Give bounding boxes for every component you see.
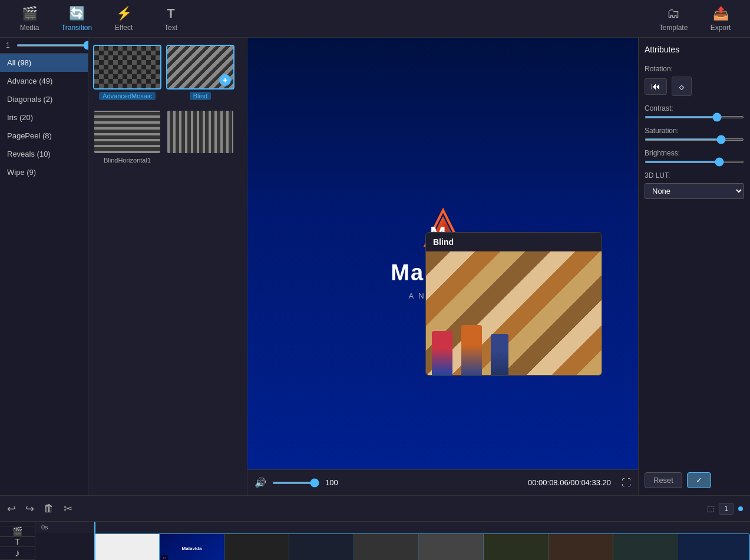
popup-preview (426, 251, 602, 375)
template-label: Template (659, 24, 688, 32)
filter-slider-container: 1 100 (0, 38, 88, 54)
frame-5 (484, 534, 549, 560)
saturation-label: Saturation: (645, 127, 744, 135)
frame-1 (224, 534, 289, 560)
category-wipe[interactable]: Wipe (9) (0, 163, 88, 181)
toolbar-media[interactable]: 🎬 Media (6, 2, 53, 35)
category-iris[interactable]: Iris (20) (0, 108, 88, 127)
contrast-slider[interactable] (645, 116, 744, 118)
media-label: Media (20, 24, 39, 32)
effect-label: Effect (115, 24, 133, 32)
saturation-row: Saturation: (645, 127, 744, 141)
lut-select[interactable]: None (645, 183, 744, 199)
trans-blindvertical[interactable] (166, 107, 234, 166)
time-ruler: 0s (35, 522, 750, 532)
cut-button[interactable]: ✂ (64, 502, 72, 515)
filter-slider[interactable] (16, 44, 92, 47)
timeline-area: ↩ ↪ 🗑 ✂ ⬚ 1 🎬 T ♪ 0s (0, 495, 750, 560)
track-labels: 🎬 T ♪ (0, 522, 35, 560)
zoom-icon: ⬚ (707, 504, 714, 513)
video-clip[interactable]: Malavida ✂ (94, 534, 750, 560)
text-icon: T (15, 537, 20, 546)
person-2 (461, 325, 482, 375)
time-zero: 0s (41, 523, 48, 531)
preview-area: M Malavida ANDROID Blind (247, 38, 638, 495)
transition-panel: AdvancedMosaic + Blind BlindHorizontal1 (88, 38, 247, 495)
lut-row: 3D LUT: None (645, 171, 744, 199)
toolbar-template[interactable]: 🗂 Template (650, 2, 697, 35)
horizontal-pattern (94, 111, 160, 153)
frame-7 (613, 534, 678, 560)
trans-name-advancedmosaic: AdvancedMosaic (99, 92, 156, 100)
popup-title: Blind (426, 233, 602, 251)
effect-icon: ⚡ (116, 6, 132, 21)
person-1 (432, 331, 452, 375)
fullscreen-button[interactable]: ⛶ (622, 478, 631, 488)
person-3 (491, 334, 508, 375)
checkerboard-pattern (94, 46, 160, 88)
music-track-label: ♪ (0, 547, 35, 560)
video-track-label: 🎬 (0, 526, 35, 536)
video-track-row: Malavida ✂ (35, 532, 750, 560)
volume-icon: 🔊 (255, 477, 266, 488)
main-area: 1 100 All (98) Advance (49) Diagonals (2… (0, 38, 750, 495)
toolbar-effect[interactable]: ⚡ Effect (100, 2, 147, 35)
slider-min: 1 (6, 41, 13, 49)
preview-controls: 🔊 100 00:00:08.06/00:04:33.20 ⛶ (247, 469, 638, 495)
rotation-right-btn[interactable]: ⬦ (672, 77, 692, 96)
trans-thumb-blindvertical (166, 110, 234, 154)
preview-video: M Malavida ANDROID Blind (247, 38, 638, 469)
category-reveals[interactable]: Reveals (10) (0, 145, 88, 163)
transition-icon: 🔄 (69, 6, 85, 21)
export-icon: 📤 (713, 6, 729, 21)
frame-4 (419, 534, 484, 560)
trans-name-blindhorizontal1: BlindHorizontal1 (104, 157, 151, 164)
toolbar-transition[interactable]: 🔄 Transition (53, 2, 100, 35)
current-time: 00:00:08.06 (528, 478, 569, 487)
apply-button[interactable]: ✓ (687, 472, 711, 488)
playhead[interactable] (94, 522, 95, 560)
clip-white-thumb (95, 534, 160, 560)
text-label: Text (164, 24, 177, 32)
trans-blindhorizontal1[interactable]: BlindHorizontal1 (93, 107, 161, 166)
timeline-right-controls: ⬚ 1 (707, 503, 743, 515)
add-badge[interactable]: + (219, 74, 231, 86)
saturation-slider[interactable] (645, 138, 744, 141)
category-advance[interactable]: Advance (49) (0, 72, 88, 90)
video-track-icon: 🎬 (12, 526, 22, 536)
template-icon: 🗂 (667, 6, 680, 21)
toolbar-text[interactable]: T Text (147, 2, 194, 35)
timeline-dot (738, 506, 743, 511)
brightness-slider[interactable] (645, 161, 744, 163)
toolbar-right: 🗂 Template 📤 Export (650, 2, 744, 35)
timeline-toolbar: ↩ ↪ 🗑 ✂ ⬚ 1 (0, 496, 750, 522)
zoom-level: 1 (719, 503, 734, 515)
toolbar-export[interactable]: 📤 Export (697, 2, 744, 35)
redo-button[interactable]: ↪ (25, 502, 34, 515)
contrast-row: Contrast: (645, 104, 744, 118)
frame-3 (354, 534, 419, 560)
rotation-left-btn[interactable]: ⏮ (645, 78, 667, 95)
category-all[interactable]: All (98) (0, 54, 88, 72)
timeline-tracks: 🎬 T ♪ 0s Malavida (0, 522, 750, 560)
time-display: 00:00:08.06/00:04:33.20 (528, 478, 611, 487)
attributes-title: Attributes (645, 45, 744, 54)
volume-slider[interactable] (272, 482, 319, 484)
blind-preview-image (426, 251, 602, 375)
trans-advancedmosaic[interactable]: AdvancedMosaic (93, 42, 161, 102)
undo-button[interactable]: ↩ (7, 502, 16, 515)
volume-label: 100 (325, 478, 343, 487)
category-pagepeel[interactable]: PagePeel (8) (0, 127, 88, 145)
text-icon: T (167, 6, 174, 21)
export-label: Export (711, 24, 731, 32)
reset-button[interactable]: Reset (645, 472, 682, 488)
total-time: 00:04:33.20 (570, 478, 611, 487)
category-list: All (98) Advance (49) Diagonals (2) Iris… (0, 54, 88, 495)
music-icon: ♪ (15, 547, 20, 559)
text-track-icon-row: T (0, 536, 35, 547)
delete-button[interactable]: 🗑 (44, 502, 54, 515)
category-diagonals[interactable]: Diagonals (2) (0, 90, 88, 108)
trans-blind[interactable]: + Blind (166, 42, 234, 102)
transition-label: Transition (61, 24, 92, 32)
text-track-label (0, 522, 35, 526)
